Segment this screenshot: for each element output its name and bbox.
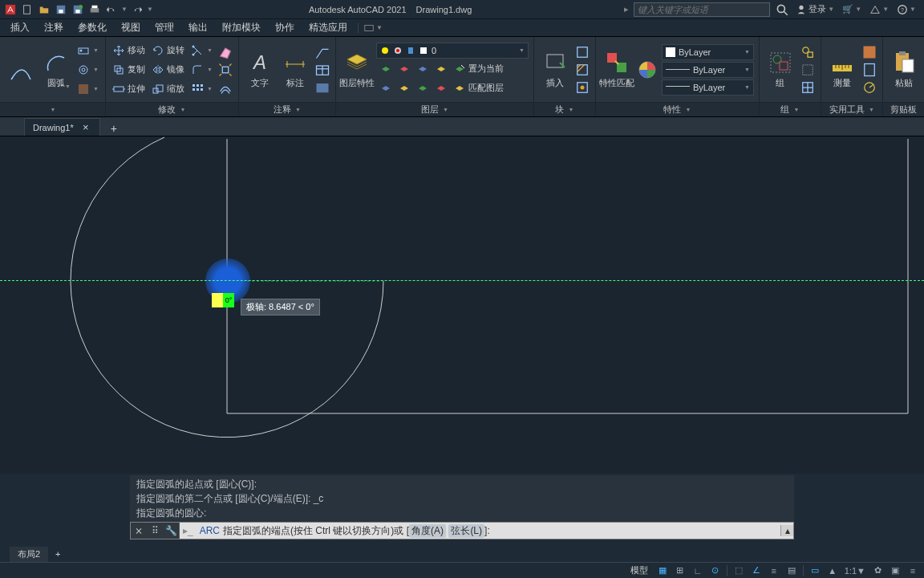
status-transp-icon[interactable]: ▤ <box>784 564 800 578</box>
status-polar-icon[interactable]: ⊙ <box>707 564 723 578</box>
layer-sm-4[interactable] <box>433 61 449 77</box>
menu-manage[interactable]: 管理 <box>148 19 181 36</box>
ungroup-icon[interactable] <box>800 44 816 60</box>
leader-icon[interactable] <box>314 44 330 60</box>
matchprop-button[interactable]: 特性匹配 <box>601 50 633 89</box>
text-button[interactable]: A文字 <box>244 50 276 89</box>
save-icon[interactable] <box>54 2 68 17</box>
mirror-button[interactable]: 镜像 <box>150 61 186 79</box>
copy-button[interactable]: 复制 <box>111 61 147 79</box>
rotate-button[interactable]: 旋转 <box>150 42 186 59</box>
draw-extra-1[interactable]: ▼ <box>75 42 100 59</box>
explode-icon[interactable] <box>217 62 233 78</box>
layer-sm-5[interactable] <box>378 80 394 96</box>
status-osnap-icon[interactable]: ⬚ <box>731 564 747 578</box>
fillet-button[interactable]: ▼ <box>189 61 214 79</box>
layout-tab-2[interactable]: 布局2 <box>10 547 48 562</box>
menu-view[interactable]: 视图 <box>114 19 148 36</box>
menu-insert[interactable]: 插入 <box>3 19 37 36</box>
status-snap-icon[interactable]: ⊞ <box>672 564 688 578</box>
layer-sm-2[interactable] <box>396 61 412 77</box>
add-tab-button[interactable]: + <box>105 121 123 136</box>
help-icon[interactable]: ?▼ <box>895 2 918 17</box>
trim-button[interactable]: ▼ <box>189 42 214 59</box>
status-qp-icon[interactable]: ▭ <box>807 564 823 578</box>
draw-extra-3[interactable]: ▼ <box>75 80 100 98</box>
menu-parametric[interactable]: 参数化 <box>71 19 114 36</box>
search-input[interactable] <box>634 2 770 17</box>
layer-sm-1[interactable] <box>378 61 394 77</box>
dynamic-input[interactable]: 0° <box>212 293 234 307</box>
layout-add-button[interactable]: + <box>51 547 64 560</box>
status-max-icon[interactable]: ▣ <box>887 564 903 578</box>
paste-button[interactable]: 粘贴 <box>888 50 920 89</box>
status-ortho-icon[interactable]: ∟ <box>690 564 706 578</box>
scale-button[interactable]: 缩放 <box>150 80 186 98</box>
insert-button[interactable]: 插入 <box>539 50 571 89</box>
open-icon[interactable] <box>37 2 51 17</box>
cmd-option-chord[interactable]: 弦长(L) <box>448 524 484 538</box>
util-sm-1[interactable] <box>861 44 877 60</box>
anno-extra-icon[interactable] <box>314 79 330 96</box>
color-combo[interactable]: ByLayer▼ <box>662 44 754 60</box>
move-button[interactable]: 移动 <box>111 42 147 59</box>
linetype-combo[interactable]: ByLayer▼ <box>662 79 754 96</box>
file-tab-drawing1[interactable]: Drawing1* × <box>24 118 100 136</box>
arc-button[interactable]: 圆弧▼ <box>40 50 72 89</box>
saveas-icon[interactable] <box>71 2 85 17</box>
redo-icon[interactable] <box>130 2 144 17</box>
menu-annotate[interactable]: 注释 <box>37 19 71 36</box>
colorwheel-icon[interactable] <box>636 57 659 83</box>
plot-icon[interactable] <box>87 2 102 17</box>
block-sm-1[interactable] <box>574 44 590 60</box>
status-sc-icon[interactable]: ▲ <box>825 564 841 578</box>
util-sm-3[interactable] <box>861 79 877 96</box>
lineweight-combo[interactable]: ByLayer▼ <box>662 62 754 78</box>
menu-output[interactable]: 输出 <box>181 19 215 36</box>
layer-setcurrent[interactable]: 置为当前 <box>452 60 505 78</box>
group-manager-icon[interactable] <box>800 79 816 96</box>
cart-icon[interactable]: 🛒▼ <box>841 2 863 17</box>
menu-addins[interactable]: 附加模块 <box>215 19 268 36</box>
new-icon[interactable] <box>20 2 34 17</box>
account-button[interactable]: 登录 ▼ <box>794 2 836 17</box>
status-custom-icon[interactable]: ≡ <box>905 564 921 578</box>
measure-button[interactable]: 测量 <box>826 50 858 89</box>
draw-extra-2[interactable]: ▼ <box>75 61 100 79</box>
array-button[interactable]: ▼ <box>189 80 214 98</box>
app-menu-icon[interactable] <box>3 2 18 17</box>
layer-combo[interactable]: 0 ▼ <box>376 43 529 59</box>
layer-sm-8[interactable] <box>433 80 449 96</box>
group-edit-icon[interactable] <box>800 62 816 78</box>
undo-icon[interactable] <box>104 2 119 17</box>
util-sm-2[interactable] <box>861 62 877 78</box>
cmd-handle-icon[interactable]: ⠿ <box>147 523 163 539</box>
cmd-option-angle[interactable]: 角度(A) <box>409 524 446 538</box>
layer-sm-6[interactable] <box>396 80 412 96</box>
status-grid-icon[interactable]: ▦ <box>654 564 671 578</box>
cmd-scroll-up[interactable]: ▴ <box>780 525 793 536</box>
layer-sm-3[interactable] <box>415 61 431 77</box>
layer-match[interactable]: 匹配图层 <box>452 79 505 97</box>
close-icon[interactable]: × <box>80 122 91 133</box>
menu-collab[interactable]: 协作 <box>268 19 302 36</box>
dimension-button[interactable]: 标注 <box>279 50 311 89</box>
line-button[interactable] <box>5 57 37 83</box>
erase-icon[interactable] <box>217 44 233 60</box>
cmd-config-icon[interactable]: 🔧 <box>163 523 179 539</box>
search-icon[interactable] <box>775 2 789 17</box>
group-button[interactable]: 组 <box>764 50 796 89</box>
status-lwt-icon[interactable]: ≡ <box>766 564 782 578</box>
stretch-button[interactable]: 拉伸 <box>111 80 147 98</box>
cmd-close-icon[interactable]: ⨯ <box>131 523 147 539</box>
status-otrack-icon[interactable]: ∠ <box>748 564 764 578</box>
status-scale[interactable]: 1:1▼ <box>842 564 868 578</box>
block-sm-3[interactable] <box>574 79 590 96</box>
table-icon[interactable] <box>314 62 330 78</box>
menu-featured[interactable]: 精选应用 <box>302 19 355 36</box>
status-gear-icon[interactable]: ✿ <box>869 564 886 578</box>
status-model[interactable]: 模型 <box>626 564 653 576</box>
drawing-canvas[interactable]: 0° 极轴: 8.6487 < 0° <box>0 136 924 474</box>
command-prompt-bar[interactable]: ⨯ ⠿ 🔧 ▸_ ARC 指定圆弧的端点(按住 Ctrl 键以切换方向)或 [ … <box>130 522 794 539</box>
layer-sm-7[interactable] <box>415 80 431 96</box>
